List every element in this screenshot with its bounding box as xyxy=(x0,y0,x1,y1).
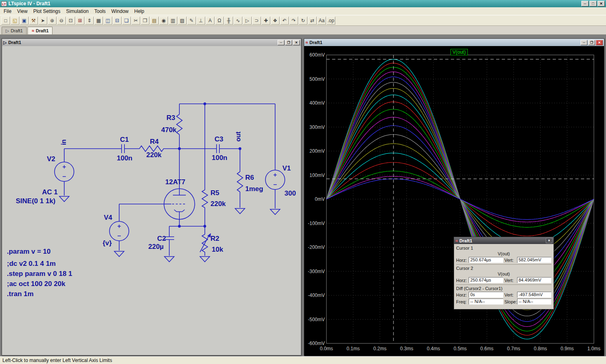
value-R3[interactable]: 470k xyxy=(161,126,177,134)
schematic-canvas[interactable]: in out V2 AC 1 SINE(0 1 1k) C1 100n R4 2… xyxy=(2,46,301,355)
label-R4[interactable]: R4 xyxy=(150,138,159,145)
waveform-minimize-button[interactable]: ─ xyxy=(581,40,587,45)
value-R2[interactable]: 10k xyxy=(212,246,223,253)
diode-icon[interactable]: ▷ xyxy=(243,17,252,25)
autorange-icon[interactable]: ⇕ xyxy=(85,17,94,25)
component-icon[interactable]: ⊃ xyxy=(252,17,261,25)
redo-icon[interactable]: ↷ xyxy=(289,17,298,25)
resistor-R6[interactable] xyxy=(237,172,243,192)
spice-directive-icon[interactable]: .op xyxy=(326,17,335,25)
label-V4[interactable]: V4 xyxy=(104,214,112,221)
schematic-close-button[interactable]: ✕ xyxy=(293,40,300,45)
freq-field[interactable]: -- N/A-- xyxy=(469,299,503,305)
ground-icon[interactable]: ⊥ xyxy=(196,17,205,25)
net-label-icon[interactable]: A xyxy=(206,17,215,25)
cascade-windows-icon[interactable]: ❏ xyxy=(122,17,131,25)
resistor-R2-variable[interactable] xyxy=(200,233,211,252)
rotate-icon[interactable]: ↻ xyxy=(299,17,307,25)
label-C2[interactable]: C2 xyxy=(157,235,166,242)
cursor2-horz-field[interactable]: 250.674µs xyxy=(469,277,503,283)
ground-symbols[interactable] xyxy=(59,196,280,262)
titlebar[interactable]: LT LTspice IV - Draft1 ─ □ ✕ xyxy=(0,0,606,7)
grid-icon[interactable]: ▦ xyxy=(94,17,103,25)
label-C3[interactable]: C3 xyxy=(215,135,223,143)
cursor-dialog[interactable]: ≈ Draft1 ✕ Cursor 1 V(out) Horz: 250.674… xyxy=(454,237,554,309)
value-C3[interactable]: 100n xyxy=(212,154,227,162)
waveform-restore-button[interactable]: ❐ xyxy=(588,40,595,45)
net-label-in[interactable]: in xyxy=(60,139,67,145)
voltage-source-V4[interactable] xyxy=(109,221,129,241)
schematic-minimize-button[interactable]: ─ xyxy=(278,40,284,45)
text-icon[interactable]: Aa xyxy=(317,17,326,25)
voltage-source-V2[interactable] xyxy=(55,162,74,181)
spice-directive[interactable]: .step param v 0 18 1 xyxy=(7,270,72,278)
paste-icon[interactable]: ▤ xyxy=(150,17,159,25)
value-C2[interactable]: 220µ xyxy=(148,243,164,250)
save-icon[interactable]: ▣ xyxy=(20,17,29,25)
value-C1[interactable]: 100n xyxy=(117,154,133,162)
voltage-source-V1[interactable] xyxy=(265,170,285,189)
trace-label[interactable]: V(out) xyxy=(450,49,468,55)
label-R3[interactable]: R3 xyxy=(166,114,175,122)
copy-icon[interactable]: ❐ xyxy=(141,17,149,25)
menu-help[interactable]: Help xyxy=(131,8,147,15)
capacitor-icon[interactable]: ╫ xyxy=(224,17,233,25)
minimize-button[interactable]: ─ xyxy=(581,1,589,6)
resistor-R5[interactable] xyxy=(202,190,208,208)
tile-vertical-icon[interactable]: ◫ xyxy=(103,17,112,25)
new-schematic-icon[interactable]: □ xyxy=(1,17,10,25)
cursor2-vert-field[interactable]: 84.4969mV xyxy=(517,277,552,283)
waveform-close-button[interactable]: ✕ xyxy=(596,40,603,45)
control-panel-icon[interactable]: ⚒ xyxy=(29,17,38,25)
schematic-restore-button[interactable]: ❐ xyxy=(285,40,292,45)
value2-V2[interactable]: SINE(0 1 1k) xyxy=(16,197,55,205)
spice-directive[interactable]: .param v = 10 xyxy=(7,248,50,255)
menu-file[interactable]: File xyxy=(1,8,14,15)
label-R2[interactable]: R2 xyxy=(210,235,219,242)
wire-icon[interactable]: ✎ xyxy=(187,17,196,25)
value-V1[interactable]: 300 xyxy=(284,189,296,197)
mirror-icon[interactable]: ⇄ xyxy=(308,17,317,25)
label-V1[interactable]: V1 xyxy=(282,164,291,172)
inductor-icon[interactable]: ∿ xyxy=(234,17,242,25)
zoom-full-extents-icon[interactable]: ⊡ xyxy=(66,17,75,25)
print-setup-icon[interactable]: ▥ xyxy=(168,17,177,25)
menu-view[interactable]: View xyxy=(14,8,30,15)
diff-horz-field[interactable]: 0s xyxy=(469,292,503,298)
open-icon[interactable]: ◱ xyxy=(11,17,19,25)
tab-draft1-waveform[interactable]: ≈Draft1 xyxy=(27,27,53,34)
cut-icon[interactable]: ✂ xyxy=(131,17,140,25)
zoom-out-icon[interactable]: ⊖ xyxy=(57,17,66,25)
label-12AT7[interactable]: 12AT7 xyxy=(165,178,185,186)
resistor-R4[interactable] xyxy=(135,146,168,151)
menu-window[interactable]: Window xyxy=(109,8,132,15)
value-V2[interactable]: AC 1 xyxy=(42,188,58,196)
menu-simulation[interactable]: Simulation xyxy=(63,8,92,15)
undo-icon[interactable]: ↶ xyxy=(280,17,289,25)
drag-icon[interactable]: ❖ xyxy=(271,17,280,25)
menu-plot-settings[interactable]: Plot Settings xyxy=(30,8,63,15)
zoom-in-icon[interactable]: ⊕ xyxy=(48,17,57,25)
tab-draft1-schematic[interactable]: ▷Draft1 xyxy=(2,27,27,34)
slope-field[interactable]: -- N/A-- xyxy=(517,299,552,305)
trace-19[interactable] xyxy=(326,179,594,220)
waveform-window-titlebar[interactable]: ≈ Draft1 ─ ❐ ✕ xyxy=(304,39,604,46)
capacitor-C3[interactable] xyxy=(217,144,219,153)
value-R5[interactable]: 220k xyxy=(210,200,226,208)
cursor1-horz-field[interactable]: 250.674µs xyxy=(469,257,503,263)
value-V4[interactable]: {v} xyxy=(103,239,112,247)
diff-vert-field[interactable]: -497.548mV xyxy=(517,292,552,298)
zoom-area-icon[interactable]: ⊞ xyxy=(76,17,84,25)
label-R5[interactable]: R5 xyxy=(210,189,219,197)
value-R6[interactable]: 1meg xyxy=(245,185,263,193)
close-icon[interactable]: ✕ xyxy=(546,238,552,243)
print-icon[interactable]: ▨ xyxy=(178,17,187,25)
menu-tools[interactable]: Tools xyxy=(92,8,109,15)
tile-horizontal-icon[interactable]: ⊟ xyxy=(113,17,122,25)
run-icon[interactable]: ➤ xyxy=(38,17,47,25)
cursor1-vert-field[interactable]: 582.045mV xyxy=(517,257,552,263)
value-R4[interactable]: 220k xyxy=(146,151,162,159)
net-label-out[interactable]: out xyxy=(235,131,242,142)
find-icon[interactable]: ◉ xyxy=(159,17,168,25)
maximize-button[interactable]: □ xyxy=(589,1,597,6)
